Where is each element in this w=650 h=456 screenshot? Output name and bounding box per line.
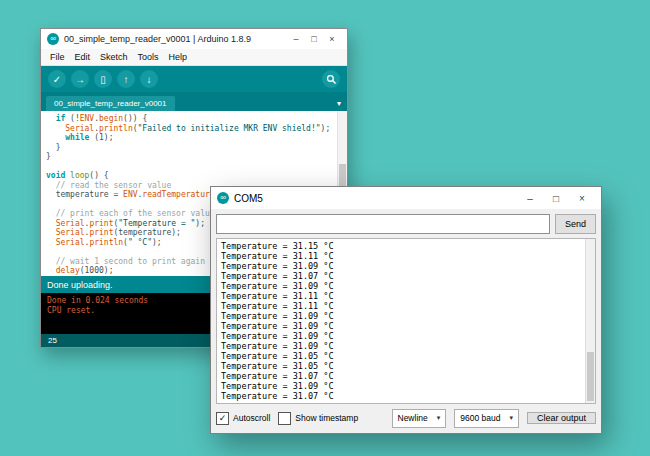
upload-icon: → — [75, 74, 85, 85]
serial-line: Temperature = 31.09 °C — [221, 261, 581, 271]
serial-line: Temperature = 31.11 °C — [221, 251, 581, 261]
serial-monitor-window: ∞ COM5 – □ × Send Temperature = 31.15 °C… — [210, 186, 602, 434]
code-line: while (1); — [46, 133, 335, 143]
serial-scrollbar[interactable] — [585, 239, 595, 403]
checkbox-unchecked-icon — [278, 412, 291, 425]
serial-line: Temperature = 31.15 °C — [221, 241, 581, 251]
serial-minimize-button[interactable]: – — [517, 193, 543, 204]
line-ending-value: Newline — [398, 413, 428, 423]
status-message: Done uploading. — [47, 280, 113, 290]
line-number-indicator: 25 — [48, 336, 57, 345]
arduino-logo-icon: ∞ — [47, 33, 59, 45]
chevron-down-icon: ▾ — [437, 414, 441, 422]
serial-output: Temperature = 31.15 °CTemperature = 31.1… — [216, 238, 596, 404]
serial-maximize-button[interactable]: □ — [543, 193, 569, 204]
serial-output-lines: Temperature = 31.15 °CTemperature = 31.1… — [221, 241, 581, 401]
code-line: Serial.println("Failed to initialize MKR… — [46, 124, 335, 134]
baud-rate-value: 9600 baud — [460, 413, 500, 423]
serial-line: Temperature = 31.11 °C — [221, 291, 581, 301]
serial-body: Send Temperature = 31.15 °CTemperature =… — [211, 209, 601, 433]
save-icon: ↓ — [147, 74, 152, 85]
ide-toolbar: ✓→▯↑↓ — [41, 66, 347, 92]
chevron-down-icon: ▾ — [509, 414, 513, 422]
save-button[interactable]: ↓ — [140, 70, 158, 88]
serial-line: Temperature = 31.09 °C — [221, 381, 581, 391]
arduino-logo-icon: ∞ — [217, 192, 229, 204]
serial-bottom-bar: ✓ Autoscroll Show timestamp Newline ▾ 96… — [216, 408, 596, 428]
desktop: ∞ 00_simple_temp_reader_v0001 | Arduino … — [0, 0, 650, 456]
serial-titlebar[interactable]: ∞ COM5 – □ × — [211, 187, 601, 209]
clear-output-button[interactable]: Clear output — [527, 412, 596, 424]
menu-edit[interactable]: Edit — [70, 52, 96, 62]
send-row: Send — [216, 214, 596, 234]
menu-bar: FileEditSketchToolsHelp — [41, 49, 347, 66]
open-button[interactable]: ↑ — [117, 70, 135, 88]
serial-line: Temperature = 31.11 °C — [221, 301, 581, 311]
serial-line: Temperature = 31.09 °C — [221, 341, 581, 351]
code-line: if (!ENV.begin()) { — [46, 114, 335, 124]
upload-button[interactable]: → — [71, 70, 89, 88]
serial-line: Temperature = 31.05 °C — [221, 351, 581, 361]
serial-line: Temperature = 31.09 °C — [221, 311, 581, 321]
menu-file[interactable]: File — [45, 52, 70, 62]
autoscroll-checkbox[interactable]: ✓ Autoscroll — [216, 412, 270, 425]
ide-minimize-button[interactable]: – — [287, 34, 305, 44]
code-line: void loop() { — [46, 171, 335, 181]
ide-window-title: 00_simple_temp_reader_v0001 | Arduino 1.… — [64, 34, 282, 44]
magnifier-icon — [326, 74, 337, 85]
serial-line: Temperature = 31.07 °C — [221, 371, 581, 381]
baud-rate-select[interactable]: 9600 baud ▾ — [454, 409, 519, 428]
tab-sketch[interactable]: 00_simple_temp_reader_v0001 — [46, 96, 175, 111]
serial-monitor-button[interactable] — [322, 70, 340, 88]
serial-window-controls: – □ × — [517, 193, 595, 204]
serial-line: Temperature = 31.09 °C — [221, 331, 581, 341]
serial-close-button[interactable]: × — [569, 193, 595, 204]
serial-scrollbar-thumb[interactable] — [587, 352, 594, 401]
verify-button[interactable]: ✓ — [48, 70, 66, 88]
code-line: } — [46, 152, 335, 162]
serial-line: Temperature = 31.07 °C — [221, 391, 581, 401]
menu-sketch[interactable]: Sketch — [95, 52, 133, 62]
tab-strip: 00_simple_temp_reader_v0001 ▾ — [41, 92, 347, 111]
serial-line: Temperature = 31.09 °C — [221, 321, 581, 331]
serial-line: Temperature = 31.09 °C — [221, 281, 581, 291]
autoscroll-label: Autoscroll — [233, 413, 270, 423]
serial-input[interactable] — [216, 214, 550, 234]
menu-help[interactable]: Help — [164, 52, 193, 62]
show-timestamp-label: Show timestamp — [295, 413, 358, 423]
verify-icon: ✓ — [53, 74, 61, 85]
new-sketch-icon: ▯ — [100, 74, 106, 85]
ide-close-button[interactable]: × — [323, 34, 341, 44]
checkbox-checked-icon: ✓ — [216, 412, 229, 425]
line-ending-select[interactable]: Newline ▾ — [392, 409, 447, 428]
ide-titlebar[interactable]: ∞ 00_simple_temp_reader_v0001 | Arduino … — [41, 29, 347, 49]
send-button[interactable]: Send — [555, 214, 596, 234]
serial-line: Temperature = 31.05 °C — [221, 361, 581, 371]
serial-window-title: COM5 — [234, 193, 512, 204]
menu-tools[interactable]: Tools — [133, 52, 164, 62]
new-sketch-button[interactable]: ▯ — [94, 70, 112, 88]
tab-list-dropdown-icon[interactable]: ▾ — [331, 99, 347, 111]
open-icon: ↑ — [124, 74, 129, 85]
code-line — [46, 162, 335, 172]
show-timestamp-checkbox[interactable]: Show timestamp — [278, 412, 358, 425]
ide-maximize-button[interactable]: □ — [305, 34, 323, 44]
code-line: } — [46, 143, 335, 153]
ide-window-controls: – □ × — [287, 34, 341, 44]
serial-line: Temperature = 31.07 °C — [221, 271, 581, 281]
